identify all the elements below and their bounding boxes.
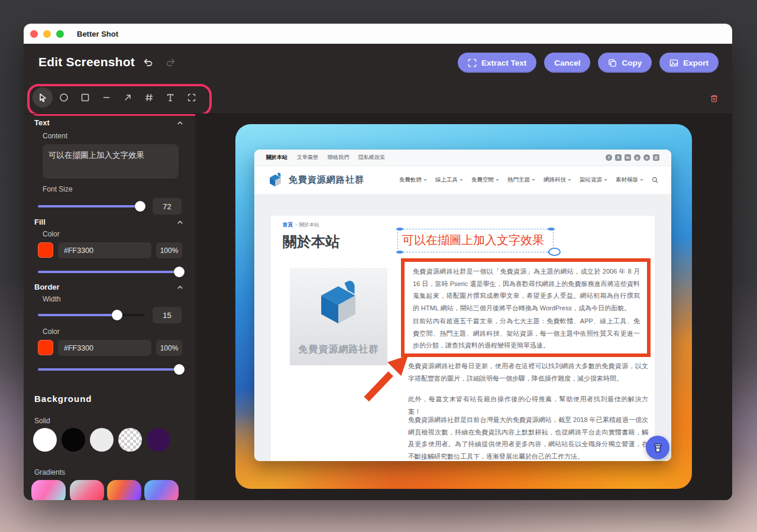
chevron-up-icon bbox=[176, 219, 184, 226]
selection-handle[interactable] bbox=[396, 228, 403, 231]
search-icon bbox=[652, 177, 658, 183]
cancel-button[interactable]: Cancel bbox=[544, 53, 590, 73]
text-annotation-content[interactable]: 可以在擷圖上加入文字效果 bbox=[398, 229, 553, 251]
delete-button[interactable] bbox=[704, 88, 724, 108]
border-opacity-slider[interactable] bbox=[38, 364, 182, 375]
cube-logo-icon bbox=[313, 278, 363, 328]
border-opacity-slider-thumb[interactable] bbox=[174, 364, 185, 375]
border-color-swatch[interactable] bbox=[38, 340, 53, 355]
extract-text-button[interactable]: Extract Text bbox=[458, 53, 536, 73]
text-section-collapse-button[interactable] bbox=[176, 119, 184, 127]
rectangle-tool-button[interactable] bbox=[75, 87, 95, 108]
breadcrumb-home: 首頁 bbox=[283, 222, 293, 229]
chevron-down-icon bbox=[568, 179, 571, 181]
pinterest-icon: p bbox=[634, 154, 640, 161]
slider-fill bbox=[38, 205, 140, 207]
content-label: Content bbox=[43, 132, 67, 140]
selection-handle[interactable] bbox=[548, 228, 555, 231]
gradients-label: Gradients bbox=[34, 468, 65, 476]
fill-color-label: Color bbox=[43, 230, 60, 238]
article-paragraph: 免費資源網路社群是目前台灣最大的免費資源網站，截至 2018 年已累積超過一億次… bbox=[408, 414, 648, 461]
bg-gradient-swatch-1[interactable] bbox=[31, 480, 66, 500]
selection-handle[interactable] bbox=[396, 251, 403, 254]
fill-opacity-slider-thumb[interactable] bbox=[174, 267, 185, 277]
bg-swatch-purple[interactable] bbox=[147, 428, 170, 452]
slider-fill bbox=[38, 314, 117, 316]
border-section-collapse-button[interactable] bbox=[176, 284, 184, 291]
email-icon: @ bbox=[653, 154, 659, 161]
app-window: Better Shot Edit Screenshot Extract Text… bbox=[24, 24, 732, 500]
site-nav-item: 免費空間 bbox=[471, 176, 499, 184]
site-nav-item: 素材模版 bbox=[616, 176, 643, 184]
text-tool-button[interactable] bbox=[160, 87, 180, 108]
bg-gradient-swatch-3[interactable] bbox=[107, 480, 141, 500]
article-paragraph: 免費資源網路社群每日更新，使用者在這裡可以找到網路大多數的免費資源，以文字搭配豐… bbox=[408, 360, 648, 384]
rotate-handle[interactable] bbox=[548, 248, 561, 256]
export-button[interactable]: Export bbox=[659, 53, 719, 73]
site-nav-item: 網路科技 bbox=[544, 176, 571, 184]
copy-button[interactable]: Copy bbox=[598, 53, 652, 73]
crop-icon bbox=[186, 92, 197, 103]
crop-tool-button[interactable] bbox=[182, 87, 202, 108]
site-nav-item: 線上工具 bbox=[435, 176, 463, 184]
border-opacity-value[interactable]: 100% bbox=[156, 340, 182, 356]
fill-opacity-value[interactable]: 100% bbox=[156, 242, 182, 258]
font-size-value-input[interactable] bbox=[153, 198, 182, 215]
pixelate-tool-button[interactable] bbox=[139, 87, 159, 108]
bg-swatch-white[interactable] bbox=[33, 428, 57, 452]
site-topbar: 關於本站 文章彙整 聯絡我們 隱私權政策 f X in p o @ bbox=[254, 150, 671, 166]
cursor-icon bbox=[37, 92, 48, 103]
ellipse-tool-button[interactable] bbox=[54, 87, 74, 108]
fill-hex-input[interactable] bbox=[58, 242, 151, 258]
breadcrumb-current: 關於本站 bbox=[299, 222, 319, 229]
desktop-background: Better Shot Edit Screenshot Extract Text… bbox=[0, 0, 757, 532]
zoom-window-button[interactable] bbox=[56, 30, 64, 38]
bg-swatch-transparent[interactable] bbox=[118, 428, 142, 452]
editor-canvas[interactable]: 關於本站 文章彙整 聯絡我們 隱私權政策 f X in p o @ bbox=[195, 114, 732, 500]
trash-icon bbox=[709, 93, 719, 103]
font-size-label: Font Size bbox=[43, 185, 73, 193]
close-window-button[interactable] bbox=[30, 30, 38, 38]
redo-button[interactable] bbox=[163, 54, 179, 71]
fill-section-collapse-button[interactable] bbox=[176, 219, 184, 226]
chevron-down-icon bbox=[496, 179, 499, 181]
instagram-icon: o bbox=[643, 154, 650, 161]
arrow-tool-button[interactable] bbox=[118, 87, 138, 108]
text-annotation-selected[interactable]: 可以在擷圖上加入文字效果 bbox=[397, 229, 554, 252]
cursor-tool-button[interactable] bbox=[33, 87, 53, 108]
breadcrumb-separator: › bbox=[295, 222, 297, 229]
copy-icon bbox=[608, 59, 617, 67]
coffee-cup-icon bbox=[652, 442, 664, 454]
line-tool-button[interactable] bbox=[96, 87, 117, 108]
hash-icon bbox=[144, 92, 154, 103]
arrow-annotation[interactable] bbox=[358, 353, 410, 405]
ellipse-icon bbox=[59, 92, 69, 103]
fill-opacity-slider[interactable] bbox=[38, 267, 182, 277]
undo-button[interactable] bbox=[140, 54, 156, 71]
font-size-slider[interactable] bbox=[38, 201, 147, 212]
rectangle-annotation[interactable] bbox=[401, 258, 651, 357]
border-width-slider[interactable] bbox=[38, 310, 145, 320]
extract-text-label: Extract Text bbox=[481, 59, 526, 67]
site-logo-image: 免費資源網路社群 bbox=[290, 268, 387, 365]
font-size-slider-thumb[interactable] bbox=[135, 201, 145, 212]
facebook-icon: f bbox=[606, 154, 612, 161]
page-title: Edit Screenshot bbox=[38, 55, 135, 69]
bg-gradient-swatch-4[interactable] bbox=[144, 480, 179, 500]
background-section-title: Background bbox=[34, 394, 92, 404]
copy-label: Copy bbox=[622, 59, 642, 67]
text-content-input[interactable]: 可以在擷圖上加入文字效果 bbox=[43, 144, 179, 179]
border-width-value-input[interactable] bbox=[153, 307, 182, 323]
minimize-window-button[interactable] bbox=[43, 30, 51, 38]
line-icon bbox=[101, 92, 112, 103]
bg-swatch-black[interactable] bbox=[62, 428, 85, 452]
title-bar[interactable]: Better Shot bbox=[24, 24, 732, 44]
fill-color-swatch[interactable] bbox=[38, 242, 53, 258]
rectangle-icon bbox=[80, 92, 90, 103]
border-hex-input[interactable] bbox=[58, 340, 151, 356]
site-topbar-link: 關於本站 bbox=[266, 154, 287, 161]
chevron-down-icon bbox=[532, 179, 535, 181]
bg-gradient-swatch-2[interactable] bbox=[70, 480, 104, 500]
bg-swatch-lightgray[interactable] bbox=[90, 428, 114, 452]
border-width-slider-thumb[interactable] bbox=[112, 310, 122, 320]
